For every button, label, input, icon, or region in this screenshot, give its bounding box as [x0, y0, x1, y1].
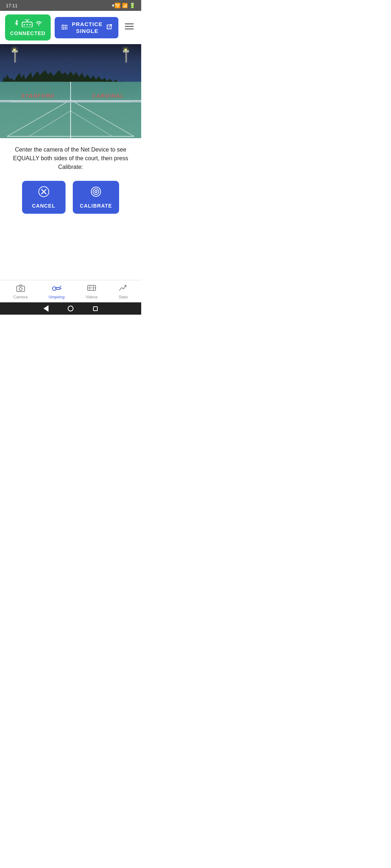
- svg-point-28: [93, 189, 99, 195]
- status-time: 17:11: [6, 3, 18, 8]
- svg-line-34: [60, 286, 61, 287]
- svg-point-31: [19, 288, 22, 290]
- svg-line-5: [25, 20, 27, 20]
- svg-point-2: [26, 24, 28, 25]
- device-icon: [21, 19, 33, 29]
- header: CONNECTED PRACTICESINGLE: [0, 11, 141, 44]
- external-link-icon: [106, 24, 113, 31]
- camera-nav-label: Camera: [13, 295, 28, 299]
- svg-point-10: [62, 24, 64, 26]
- wifi-indicator-icon: [35, 20, 42, 28]
- instructions-text: Center the camera of the Net Device to s…: [0, 138, 141, 177]
- stanford-text: STANFORD: [21, 93, 55, 99]
- svg-point-12: [63, 28, 64, 30]
- svg-point-3: [29, 24, 31, 25]
- svg-point-29: [95, 191, 97, 193]
- cancel-icon: [38, 186, 50, 200]
- svg-line-20: [29, 111, 71, 136]
- nav-item-umpiring[interactable]: Umpiring: [45, 282, 68, 301]
- action-buttons-container: CANCEL CALIBRATE: [0, 177, 141, 221]
- svg-line-13: [109, 25, 112, 27]
- nav-item-stats[interactable]: Stats: [115, 282, 131, 301]
- home-button[interactable]: [67, 305, 74, 312]
- system-nav-bar: [0, 302, 141, 315]
- camera-nav-icon: [16, 284, 25, 294]
- connected-label: CONNECTED: [10, 30, 46, 36]
- sliders-icon: [60, 23, 68, 32]
- bottom-navigation: Camera Umpiring Videos: [0, 280, 141, 302]
- svg-line-21: [71, 111, 112, 136]
- battery-icon: 🔋: [129, 3, 135, 8]
- videos-nav-label: Videos: [85, 295, 97, 299]
- cancel-label: CANCEL: [32, 203, 55, 209]
- svg-point-11: [64, 26, 66, 28]
- svg-point-1: [24, 24, 25, 25]
- bluetooth-icon: [13, 20, 19, 29]
- stats-nav-icon: [119, 284, 127, 294]
- svg-line-18: [7, 100, 71, 136]
- menu-icon[interactable]: [122, 21, 136, 34]
- signal-icon: 📶: [122, 3, 128, 8]
- practice-single-label: PRACTICESINGLE: [72, 21, 103, 35]
- nav-item-videos[interactable]: Videos: [82, 282, 101, 301]
- stadium-light-right: [125, 52, 127, 63]
- calibrate-label: CALIBRATE: [80, 203, 112, 209]
- calibrate-icon: [90, 186, 102, 200]
- recents-button[interactable]: [92, 305, 98, 312]
- stats-nav-label: Stats: [119, 295, 128, 299]
- content-spacer: [0, 221, 141, 280]
- practice-single-button[interactable]: PRACTICESINGLE: [55, 17, 119, 38]
- connected-icons: [13, 19, 42, 29]
- umpiring-nav-icon: [51, 284, 62, 294]
- umpiring-nav-label: Umpiring: [49, 295, 64, 299]
- cardinal-text: CARDINAL: [92, 93, 124, 99]
- court-net: [0, 100, 141, 102]
- court-image: STANFORD CARDINAL: [0, 44, 141, 138]
- svg-line-19: [71, 100, 134, 136]
- calibrate-button[interactable]: CALIBRATE: [73, 181, 119, 214]
- stadium-light-left: [14, 52, 16, 63]
- back-button[interactable]: [43, 305, 49, 312]
- videos-nav-icon: [87, 284, 96, 294]
- status-bar: 17:11 ▾🛜 📶 🔋: [0, 0, 141, 11]
- nav-item-camera[interactable]: Camera: [10, 282, 31, 301]
- status-icons: ▾🛜 📶 🔋: [112, 3, 135, 8]
- svg-line-6: [27, 20, 29, 20]
- court-lines-svg: [0, 82, 141, 138]
- cancel-button[interactable]: CANCEL: [22, 181, 66, 214]
- svg-point-27: [91, 187, 101, 196]
- wifi-icon: ▾🛜: [112, 3, 121, 8]
- connected-button[interactable]: CONNECTED: [5, 14, 51, 41]
